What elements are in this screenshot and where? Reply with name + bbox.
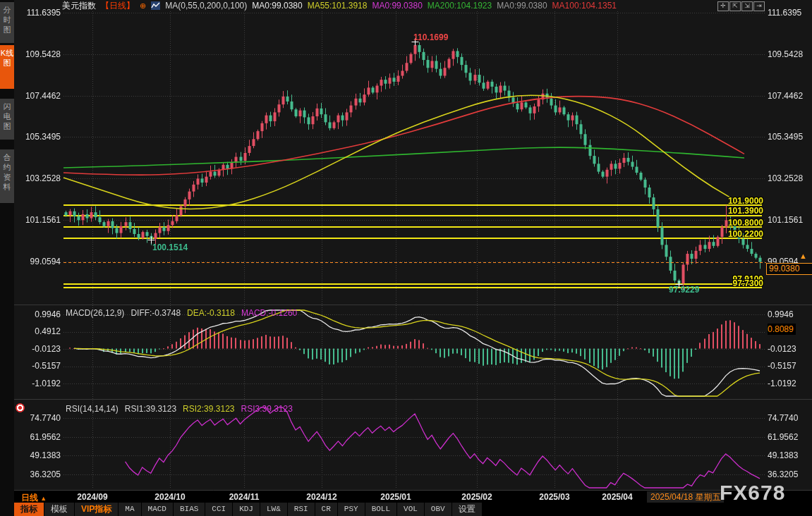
chart-canvas[interactable] [14,0,812,503]
left-sidebar: 分时图 K线图 闪电图 合约资料 [0,0,14,516]
rsi-axis-label: 49.1383 [16,450,61,460]
rsi-axis-label: 61.9562 [768,432,798,442]
y-axis-label: 107.4462 [16,91,61,101]
toolbar-psy-button[interactable]: PSY [338,503,365,516]
rsi2-value: RSI2:39.3123 [183,404,234,414]
period-tag[interactable]: 【日线】 [101,0,135,12]
toolbar-rsi-button[interactable]: RSI [288,503,315,516]
macd-axis-label: -0.5157 [16,361,61,371]
toolbar-lw-button[interactable]: LW& [260,503,288,516]
app: { "header": { "title": "美元指数", "period_t… [0,0,812,516]
macd-axis-label: -0.5157 [768,361,796,371]
toolbar-kdj-button[interactable]: KDJ [233,503,260,516]
x-axis-month: 2024/10 [149,492,191,502]
low-annotation: 100.1514 [152,242,188,252]
ma200-value: MA200:104.1923 [428,1,492,11]
toolbar-template-button[interactable]: 模板 [44,503,75,516]
macd-header: MACD(26,12,9) DIFF:-0.3748 DEA:-0.3118 M… [66,308,297,318]
toolbar-vol-button[interactable]: VOL [397,503,425,516]
ma0-value: MA0:99.0380 [252,1,302,11]
ma-indicator-icon[interactable] [151,1,160,10]
macd-dea-value: DEA:-0.3118 [187,308,235,318]
sidebar-item-timeline[interactable]: 分时图 [0,2,14,43]
toolbar-obv-button[interactable]: OBV [425,503,452,516]
toolbar-cci-button[interactable]: CCI [205,503,233,516]
toolbar-vip-button[interactable]: VIP指标 [75,503,119,516]
x-axis-month: 2024/09 [71,492,114,502]
toolbar-cr-button[interactable]: CR [315,503,338,516]
y-axis-label: 111.6395 [16,8,61,18]
add-indicator-icon[interactable]: ⊕ [140,1,146,11]
y-axis-label: 103.2528 [16,173,61,183]
sidebar-item-kline[interactable]: K线图 [0,45,14,89]
macd-current-tag: 0.8089 [768,324,796,335]
level-label: 100.2200 [714,229,763,239]
macd-params: MACD(26,12,9) [66,308,124,318]
indicator-toolbar: 指标 模板 VIP指标 MA MACD BIAS CCI KDJ LW& RSI… [14,503,812,516]
y-axis-label: 107.4462 [768,91,803,101]
y-axis-label: 103.2528 [768,173,803,183]
current-price-tag: 99.0380 [766,263,812,275]
instrument-title: 美元指数 [62,0,96,12]
x-axis-month: 2025/01 [375,492,417,502]
x-axis-month: 2025/04 [596,492,638,502]
rsi-alert-icon[interactable] [16,403,25,412]
collapse-panel-icon[interactable]: ⇥ [753,1,765,11]
scale-right-icon[interactable]: ⇲ [741,1,753,11]
macd-axis-label: 0.9946 [16,309,61,319]
y-axis-label: 101.1561 [16,215,61,225]
rsi-params: RSI(14,14,14) [66,404,119,414]
x-axis-month: 2024/11 [223,492,265,502]
rsi1-value: RSI1:39.3123 [125,404,176,414]
macd-axis-label: 0.9946 [768,309,794,319]
macd-axis-label: -1.0192 [16,379,61,388]
toolbar-boll-button[interactable]: BOLL [365,503,397,516]
toolbar-indicator-button[interactable]: 指标 [14,503,44,516]
current-date-tag: 2025/04/18 星期五 [647,491,724,503]
macd-diff-value: DIFF:-0.3748 [131,308,181,318]
x-axis-month: 2024/12 [301,492,343,502]
sidebar-item-flash[interactable]: 闪电图 [0,99,14,140]
y-axis-label: 109.5428 [768,49,803,59]
rsi-axis-label: 49.1383 [768,450,798,460]
ma100-value: MA100:104.1351 [552,1,617,11]
macd-axis-label: 0.4912 [16,326,61,336]
ma0c-value: MA0:99.0380 [497,1,547,11]
y-axis-label: 99.0594 [16,257,61,266]
sidebar-item-contract[interactable]: 合约资料 [0,149,14,203]
y-axis-label: 101.1561 [768,215,803,225]
level-label: 97.7300 [714,278,763,288]
ma-params: MA(0,55,0,200,0,100) [165,1,247,11]
rsi-axis-label: 74.7740 [768,413,798,423]
level-label: 100.8000 [714,218,763,228]
chart-header: 美元指数 【日线】 ⊕ MA(0,55,0,200,0,100) MA0:99.… [62,1,617,11]
ma0b-value: MA0:99.0380 [372,1,422,11]
x-axis-month: 2025/02 [456,492,498,502]
level-label: 101.9000 [714,196,763,206]
high-annotation: 110.1699 [413,32,448,42]
macd-macd-value: MACD:-0.1260 [241,308,297,318]
y-axis-label: 105.3495 [768,132,803,142]
toolbar-macd-button[interactable]: MACD [142,503,174,516]
macd-axis-label: -0.0123 [16,344,61,354]
toolbar-ma-button[interactable]: MA [119,503,141,516]
toolbar-bias-button[interactable]: BIAS [174,503,205,516]
rsi-axis-label: 36.3205 [16,469,61,479]
y-axis-label: 111.6395 [768,8,801,18]
y-axis-label: 105.3495 [16,132,61,142]
toolbar-settings-button[interactable]: 设置 [452,503,483,516]
low-annotation: 97.9229 [669,285,699,295]
rsi-axis-label: 61.9562 [16,432,61,442]
y-axis-label: 109.5428 [16,49,61,59]
rsi-axis-label: 36.3205 [768,469,798,479]
scale-left-icon[interactable]: ⇱ [729,1,741,11]
price-up-arrow-icon: ▲ [799,252,807,260]
crosshair-icon[interactable]: ✛ [717,1,729,11]
macd-axis-label: -1.0192 [768,379,796,388]
fx678-watermark: FX678 [720,481,785,505]
x-axis-month: 2025/03 [533,492,576,502]
macd-axis-label: -0.0123 [768,344,796,354]
level-label: 101.3900 [714,206,763,216]
rsi-axis-label: 74.7740 [16,413,61,423]
rsi-header: RSI(14,14,14) RSI1:39.3123 RSI2:39.3123 … [66,404,293,414]
